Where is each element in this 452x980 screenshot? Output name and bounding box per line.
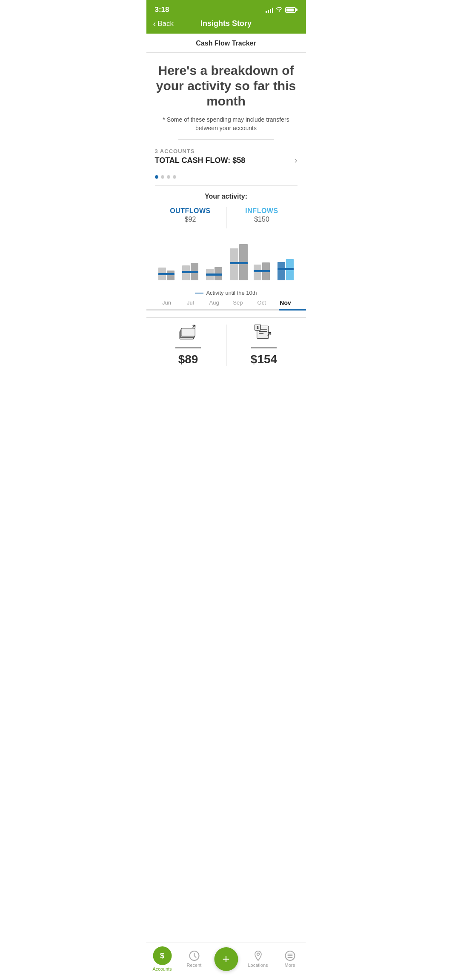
divider: [178, 139, 274, 140]
chart-container: [146, 234, 306, 286]
tab-locations[interactable]: Locations: [245, 950, 271, 968]
svg-rect-13: [254, 265, 261, 280]
outflows-amount: $92: [155, 216, 226, 223]
svg-rect-12: [230, 262, 248, 264]
card-underline-right: [251, 348, 277, 348]
activity-note-text: Activity until the 10th: [206, 290, 257, 296]
svg-text:$: $: [257, 325, 259, 330]
locations-icon: [252, 950, 263, 961]
outflows-title: OUTFLOWS: [155, 207, 226, 215]
bar-chart: [155, 234, 298, 285]
tab-add[interactable]: +: [213, 947, 239, 971]
svg-point-29: [257, 953, 259, 956]
activity-note: Activity until the 10th: [146, 288, 306, 299]
tab-bar: $ Accounts Recent + Locations: [146, 943, 306, 980]
bottom-card-right: $ $154: [231, 325, 298, 366]
svg-rect-6: [182, 271, 198, 273]
signal-icon: [266, 7, 273, 13]
svg-rect-9: [206, 273, 222, 276]
dot-2: [161, 175, 164, 179]
month-sep: Sep: [226, 299, 250, 306]
tab-recent-label: Recent: [187, 963, 202, 968]
svg-rect-3: [158, 273, 175, 275]
flow-row: OUTFLOWS $92 INFLOWS $150: [146, 207, 306, 228]
status-bar: 3:18: [146, 0, 306, 19]
month-labels: Jun Jul Aug Sep Oct Nov: [146, 299, 306, 306]
svg-rect-15: [254, 270, 270, 272]
card-amount-left: $89: [178, 353, 198, 366]
total-cashflow: TOTAL CASH FLOW: $58: [155, 156, 298, 165]
back-chevron-icon: ‹: [153, 19, 156, 28]
tab-accounts-label: Accounts: [152, 966, 172, 971]
card-amount-right: $154: [251, 353, 277, 366]
svg-rect-21: [181, 328, 195, 336]
activity-label: Your activity:: [146, 193, 306, 200]
add-icon[interactable]: +: [214, 947, 238, 971]
activity-note-line: [195, 293, 203, 293]
bottom-spacer: [146, 366, 306, 409]
month-nov: Nov: [274, 299, 298, 306]
month-jun: Jun: [155, 299, 179, 306]
month-aug: Aug: [202, 299, 226, 306]
cards-divider: [226, 325, 226, 366]
dot-1: [155, 175, 158, 179]
more-icon: [284, 950, 295, 961]
tab-recent[interactable]: Recent: [181, 950, 207, 968]
status-time: 3:18: [155, 6, 169, 14]
tab-more-label: More: [284, 963, 295, 968]
tab-locations-label: Locations: [248, 963, 268, 968]
accounts-label: 3 ACCOUNTS: [155, 148, 298, 154]
dot-3: [167, 175, 170, 179]
bottom-card-left: $89: [155, 325, 222, 366]
status-icons: [266, 6, 298, 13]
section-divider: [155, 185, 298, 186]
accounts-circle-icon: $: [153, 946, 172, 965]
back-label: Back: [157, 20, 174, 28]
pagination-dots: [146, 172, 306, 180]
wifi-icon: [276, 6, 283, 13]
recent-icon: [189, 950, 200, 961]
nav-title: Insights Story: [200, 19, 252, 28]
spending-icon: [179, 325, 197, 343]
svg-rect-10: [230, 248, 238, 280]
month-progress-fill: [279, 309, 306, 311]
month-jul: Jul: [178, 299, 202, 306]
nav-bar: ‹ Back Insights Story: [146, 19, 306, 34]
inflows-section: INFLOWS $150: [226, 207, 298, 223]
battery-icon: [285, 7, 298, 13]
bottom-cards: $89 $ $154: [146, 317, 306, 366]
dot-4: [173, 175, 176, 179]
headline: Here's a breakdown of your activity so f…: [146, 53, 306, 116]
svg-rect-18: [277, 268, 294, 270]
tab-more[interactable]: More: [277, 950, 303, 968]
accounts-section[interactable]: 3 ACCOUNTS TOTAL CASH FLOW: $58 ›: [146, 148, 306, 172]
income-icon: $: [255, 325, 273, 343]
tab-accounts[interactable]: $ Accounts: [149, 946, 175, 971]
svg-rect-16: [277, 262, 285, 280]
svg-rect-2: [167, 271, 175, 280]
month-progress-bar: [146, 309, 306, 311]
note-text: * Some of these spending may include tra…: [146, 116, 306, 139]
card-underline-left: [175, 348, 201, 348]
inflows-amount: $150: [226, 216, 298, 223]
back-button[interactable]: ‹ Back: [153, 19, 174, 28]
chevron-right-icon: ›: [295, 155, 298, 165]
outflows-section: OUTFLOWS $92: [155, 207, 226, 223]
month-oct: Oct: [250, 299, 274, 306]
page-subtitle: Cash Flow Tracker: [146, 34, 306, 53]
svg-point-0: [278, 11, 279, 12]
inflows-title: INFLOWS: [226, 207, 298, 215]
